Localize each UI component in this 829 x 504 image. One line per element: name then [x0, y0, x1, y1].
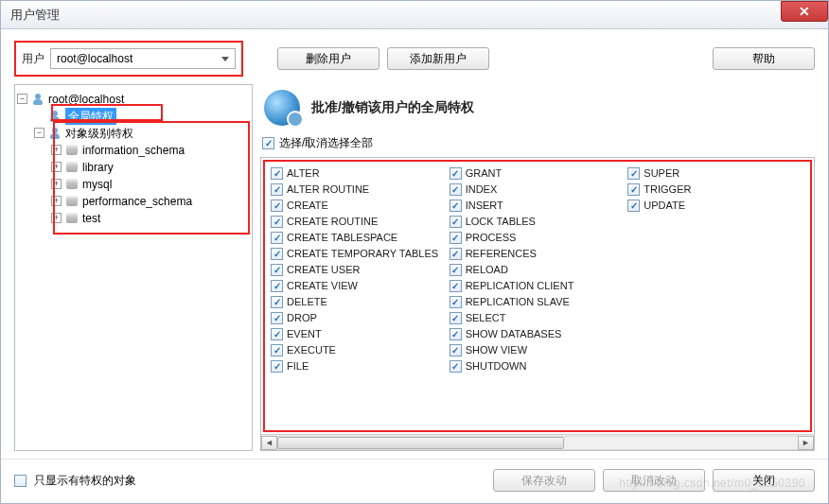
user-icon	[31, 93, 44, 106]
privilege-item: LOCK TABLES	[450, 214, 626, 230]
privilege-checkbox[interactable]	[271, 296, 283, 308]
scroll-right-arrow[interactable]: ►	[798, 436, 814, 450]
add-user-button[interactable]: 添加新用户	[387, 47, 489, 70]
privilege-label: EVENT	[287, 326, 322, 342]
privilege-item: ALTER	[271, 165, 448, 182]
privilege-checkbox[interactable]	[271, 232, 283, 244]
privilege-label: SELECT	[466, 310, 506, 326]
scroll-left-arrow[interactable]: ◄	[261, 436, 277, 450]
privilege-column: SUPERTRIGGERUPDATE	[627, 165, 804, 374]
privilege-item: CREATE ROUTINE	[271, 214, 448, 230]
privilege-item: SHUTDOWN	[450, 358, 626, 374]
privilege-label: SHOW VIEW	[466, 342, 527, 358]
privilege-label: REFERENCES	[466, 246, 537, 262]
privilege-checkbox[interactable]	[271, 360, 283, 373]
privilege-item: SHOW VIEW	[450, 342, 626, 358]
privilege-checkbox[interactable]	[450, 344, 462, 356]
privilege-checkbox[interactable]	[450, 296, 462, 308]
privilege-item: DROP	[271, 310, 448, 326]
privilege-checkbox[interactable]	[450, 248, 462, 260]
toolbar: 用户 root@localhost 删除用户 添加新用户 帮助	[1, 29, 828, 80]
privilege-label: REPLICATION CLIENT	[466, 278, 574, 294]
privilege-item: SHOW DATABASES	[450, 326, 626, 342]
globe-icon	[264, 90, 300, 126]
window-frame: 用户管理 ✕ 用户 root@localhost 删除用户 添加新用户 帮助 −	[0, 0, 829, 504]
privilege-checkbox[interactable]	[450, 328, 462, 340]
privilege-checkbox[interactable]	[271, 167, 283, 180]
privilege-checkbox[interactable]	[627, 167, 640, 180]
user-dropdown[interactable]: root@localhost	[50, 48, 236, 69]
privilege-checkbox[interactable]	[271, 183, 283, 196]
privilege-item: DELETE	[271, 294, 448, 310]
privilege-checkbox[interactable]	[450, 264, 462, 276]
privilege-label: TRIGGER	[644, 182, 691, 198]
privilege-item: FILE	[271, 358, 448, 374]
privilege-label: DROP	[287, 310, 317, 326]
privilege-item: REPLICATION CLIENT	[450, 278, 626, 294]
show-priv-only-checkbox[interactable]	[14, 475, 26, 487]
privilege-box: ALTERALTER ROUTINECREATECREATE ROUTINECR…	[260, 157, 815, 451]
help-button[interactable]: 帮助	[713, 47, 815, 70]
annotation-box	[53, 121, 250, 235]
privilege-label: DELETE	[287, 294, 327, 310]
privilege-checkbox[interactable]	[450, 183, 462, 196]
privilege-checkbox[interactable]	[271, 312, 283, 324]
expander-blank	[34, 111, 44, 121]
save-changes-button[interactable]: 保存改动	[493, 469, 595, 492]
privilege-item: CREATE VIEW	[271, 278, 448, 294]
privilege-checkbox[interactable]	[271, 216, 283, 228]
privilege-item: UPDATE	[627, 198, 804, 214]
user-dropdown-value: root@localhost	[57, 52, 132, 65]
privilege-checkbox[interactable]	[271, 280, 283, 292]
privilege-panel: 批准/撤销该用户的全局特权 选择/取消选择全部 ALTERALTER ROUTI…	[260, 84, 815, 451]
show-priv-only-label: 只显示有特权的对象	[34, 473, 136, 489]
privilege-item: RELOAD	[450, 262, 626, 278]
user-selector-block: 用户 root@localhost	[14, 41, 243, 77]
privilege-label: CREATE	[287, 198, 328, 214]
privilege-checkbox[interactable]	[271, 328, 283, 340]
privilege-checkbox[interactable]	[271, 344, 283, 356]
privilege-checkbox[interactable]	[450, 232, 462, 244]
privilege-checkbox[interactable]	[450, 360, 462, 373]
titlebar: 用户管理 ✕	[1, 1, 828, 29]
window-title: 用户管理	[10, 7, 60, 24]
privilege-label: SHUTDOWN	[466, 358, 527, 374]
privilege-label: PROCESS	[466, 230, 517, 246]
privilege-checkbox[interactable]	[450, 280, 462, 292]
privilege-checkbox[interactable]	[627, 200, 640, 212]
privilege-column: GRANTINDEXINSERTLOCK TABLESPROCESSREFERE…	[450, 165, 626, 374]
panel-heading-row: 批准/撤销该用户的全局特权	[260, 84, 815, 130]
privilege-item: INDEX	[450, 182, 626, 198]
privilege-item: EXECUTE	[271, 342, 448, 358]
expander-minus-icon[interactable]: −	[34, 128, 44, 138]
privilege-checkbox[interactable]	[450, 200, 462, 212]
delete-user-button[interactable]: 删除用户	[277, 47, 379, 70]
privilege-checkbox[interactable]	[450, 312, 462, 324]
horizontal-scrollbar[interactable]: ◄ ►	[261, 434, 814, 450]
privilege-item: ALTER ROUTINE	[271, 182, 448, 198]
privilege-label: RELOAD	[466, 262, 508, 278]
expander-minus-icon[interactable]: −	[17, 94, 27, 104]
privilege-checkbox[interactable]	[271, 200, 283, 212]
privilege-checkbox[interactable]	[271, 264, 283, 276]
user-tree-panel[interactable]: − root@localhost 全局特权	[14, 84, 253, 451]
cancel-changes-button[interactable]: 取消改动	[603, 469, 705, 492]
select-all-label: 选择/取消选择全部	[279, 135, 373, 151]
privilege-label: CREATE USER	[287, 262, 360, 278]
privilege-label: SUPER	[644, 165, 679, 182]
privilege-item: TRIGGER	[627, 182, 804, 198]
privilege-item: REFERENCES	[450, 246, 626, 262]
privilege-checkbox[interactable]	[627, 183, 640, 196]
scroll-track[interactable]	[277, 436, 798, 450]
scroll-thumb[interactable]	[277, 437, 564, 449]
content-area: − root@localhost 全局特权	[1, 80, 828, 459]
privilege-checkbox[interactable]	[450, 216, 462, 228]
privilege-item: EVENT	[271, 326, 448, 342]
privilege-label: ALTER	[287, 165, 320, 182]
close-window-button[interactable]: ✕	[781, 1, 828, 22]
privilege-item: REPLICATION SLAVE	[450, 294, 626, 310]
select-all-checkbox[interactable]	[262, 137, 274, 149]
privilege-checkbox[interactable]	[271, 248, 283, 260]
privilege-checkbox[interactable]	[450, 167, 462, 180]
close-button[interactable]: 关闭	[713, 469, 815, 492]
